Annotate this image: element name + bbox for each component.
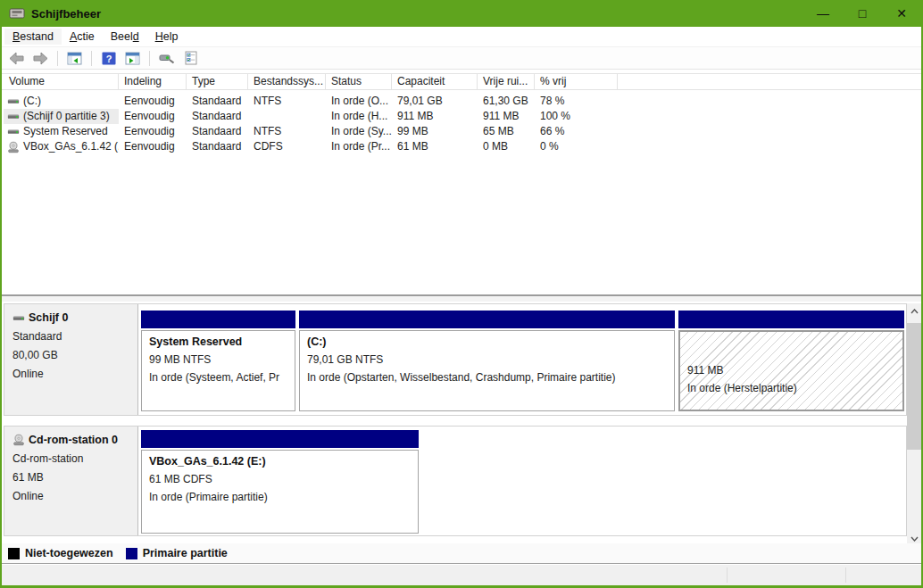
scroll-up-button[interactable]	[907, 303, 922, 319]
column-header-capaciteit[interactable]: Capaciteit	[392, 74, 478, 89]
partition-line: 61 MB CDFS	[149, 473, 411, 485]
vertical-scrollbar[interactable]	[907, 303, 922, 546]
window-title: Schijfbeheer	[31, 7, 101, 21]
menu-bar: BestandActieBeeldHelp	[2, 27, 921, 46]
partition-color-strip	[678, 311, 904, 328]
partition-body: VBox_GAs_6.1.42 (E:)61 MB CDFSIn orde (P…	[141, 450, 419, 534]
volume-list: VolumeIndelingTypeBestandssys...StatusCa…	[2, 70, 921, 294]
toolbar-rescan-button[interactable]	[157, 49, 176, 67]
disk-name: Schijf 0	[12, 311, 137, 324]
column-header-type[interactable]: Type	[187, 74, 248, 89]
cell-indeling: Eenvoudig	[119, 124, 187, 139]
column-header-bestandssys-[interactable]: Bestandssys...	[248, 74, 326, 89]
title-bar[interactable]: Schijfbeheer —□✕	[2, 0, 921, 27]
cell-type: Standaard	[187, 94, 248, 109]
cell-fs	[248, 109, 326, 124]
cd-drive-icon	[12, 434, 25, 446]
cell-vrij: 61,30 GB	[478, 94, 535, 109]
partition-legend: Niet-toegewezenPrimaire partitie	[2, 543, 921, 564]
menu-item-help[interactable]: Help	[147, 29, 187, 45]
pane-splitter-shadow	[2, 296, 921, 302]
partition-color-strip	[141, 430, 419, 448]
toolbar-forward-button[interactable]	[31, 49, 50, 67]
partition--c-[interactable]: (C:)79,01 GB NTFSIn orde (Opstarten, Wis…	[299, 311, 675, 411]
disk-info-panel[interactable]: Schijf 0Standaard80,00 GBOnline	[4, 304, 138, 415]
column-header-vrije-rui-[interactable]: Vrije rui...	[478, 74, 535, 89]
legend-label: Niet-toegewezen	[25, 547, 113, 559]
cell-capaciteit: 911 MB	[392, 109, 478, 124]
column-header-indeling[interactable]: Indeling	[119, 74, 187, 89]
hard-disk-icon	[7, 111, 20, 122]
partition-body: System Reserved99 MB NTFSIn orde (Systee…	[141, 330, 295, 411]
disk-info-line: Online	[12, 368, 137, 380]
chevron-up-icon	[911, 309, 919, 314]
toolbar: ?	[2, 46, 921, 70]
column-header-filler	[618, 74, 923, 89]
toolbar-console-tree-button[interactable]	[65, 49, 84, 67]
partition-color-strip	[141, 311, 295, 328]
console-tree-icon	[67, 52, 82, 65]
legend-color-swatch	[8, 548, 20, 559]
partition-title: (C:)	[307, 335, 667, 348]
action-pane-icon	[125, 52, 140, 65]
legend-color-swatch	[126, 548, 137, 559]
partition-recovery[interactable]: 911 MBIn orde (Herstelpartitie)	[678, 311, 904, 411]
titlebar-minimize-button[interactable]: —	[803, 0, 843, 27]
status-bar	[2, 565, 921, 585]
window-controls: —□✕	[803, 0, 921, 27]
cell-pct: 100 %	[535, 109, 618, 124]
disk-info-panel[interactable]: Cd-rom-station 0Cd-rom-station61 MBOnlin…	[4, 427, 138, 535]
back-icon	[9, 52, 24, 65]
cell-pct: 66 %	[535, 124, 618, 139]
hard-disk-icon	[7, 111, 20, 122]
partition-line: 99 MB NTFS	[149, 353, 287, 366]
disk-name: Cd-rom-station 0	[12, 434, 137, 446]
partition-vbox_gas_6.1.42-e-[interactable]: VBox_GAs_6.1.42 (E:)61 MB CDFSIn orde (P…	[141, 430, 419, 534]
cell-pct: 78 %	[535, 94, 618, 109]
toolbar-back-button[interactable]	[7, 49, 26, 67]
table-row[interactable]: System ReservedEenvoudigStandaardNTFSIn …	[2, 124, 921, 139]
rescan-icon	[159, 52, 175, 65]
maximize-icon: □	[859, 6, 866, 21]
disk-info-line: 80,00 GB	[12, 349, 137, 361]
partition-line: In orde (Opstarten, Wisselbestand, Crash…	[307, 371, 667, 384]
cell-fs: NTFS	[248, 94, 326, 109]
hard-disk-icon	[7, 126, 20, 137]
cell-status: In orde (Pr...	[326, 139, 392, 154]
partition-line: In orde (Systeem, Actief, Pr	[149, 371, 287, 384]
cell-vrij: 65 MB	[478, 124, 535, 139]
scrollbar-thumb[interactable]	[907, 323, 922, 450]
column-header-%-vrij[interactable]: % vrij	[535, 74, 618, 89]
toolbar-action-pane-button[interactable]	[123, 49, 142, 67]
chevron-down-icon	[911, 536, 919, 542]
column-header-status[interactable]: Status	[326, 74, 392, 89]
disk-info-line: Cd-rom-station	[12, 452, 137, 465]
properties-icon	[184, 51, 198, 65]
menu-item-beeld[interactable]: Beeld	[103, 29, 147, 45]
table-row[interactable]: (Schijf 0 partitie 3)EenvoudigStandaardI…	[2, 109, 921, 124]
table-row[interactable]: (C:)EenvoudigStandaardNTFSIn orde (O...7…	[2, 94, 921, 109]
partition-body: 911 MBIn orde (Herstelpartitie)	[678, 330, 904, 411]
cell-type: Standaard	[187, 139, 248, 154]
volume-name-cell: VBox_GAs_6.1.42 (...	[4, 139, 119, 154]
cell-indeling: Eenvoudig	[119, 109, 187, 124]
table-row[interactable]: VBox_GAs_6.1.42 (...EenvoudigStandaardCD…	[2, 139, 921, 154]
titlebar-maximize-button[interactable]: □	[843, 0, 882, 27]
menu-item-bestand[interactable]: Bestand	[4, 29, 62, 45]
column-header-volume[interactable]: Volume	[4, 74, 119, 89]
disk-info-line: 61 MB	[12, 471, 137, 484]
partition-line: In orde (Primaire partitie)	[149, 491, 411, 503]
menu-item-actie[interactable]: Actie	[62, 29, 103, 45]
titlebar-close-button[interactable]: ✕	[882, 0, 921, 27]
toolbar-properties-button[interactable]	[181, 49, 200, 67]
hard-disk-icon	[7, 95, 20, 107]
svg-text:?: ?	[105, 53, 112, 63]
partition-system-reserved[interactable]: System Reserved99 MB NTFSIn orde (Systee…	[141, 311, 295, 411]
hard-disk-icon	[7, 126, 20, 137]
partition-line: In orde (Herstelpartitie)	[687, 382, 895, 394]
cell-type: Standaard	[187, 109, 248, 124]
toolbar-help-button[interactable]: ?	[99, 49, 118, 67]
disk-info-line: Online	[12, 490, 137, 502]
cell-type: Standaard	[187, 124, 248, 139]
cell-status: In orde (H...	[326, 109, 392, 124]
